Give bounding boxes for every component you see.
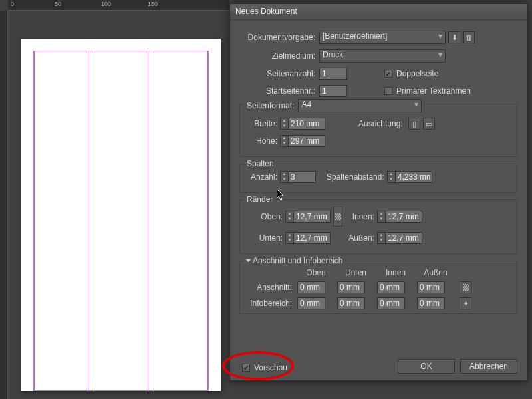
slug-top-input[interactable] <box>297 297 325 309</box>
bleed-inside-input[interactable] <box>377 281 405 293</box>
margin-top-input[interactable] <box>293 211 331 223</box>
startnum-label: Startseitennr.: <box>239 86 319 96</box>
width-stepper[interactable]: ▲▼ <box>280 118 325 130</box>
gutter-input[interactable] <box>395 171 432 183</box>
column-count-input[interactable] <box>288 171 316 183</box>
height-input[interactable] <box>288 135 325 147</box>
bleed-slug-group: Anschnitt und Infobereich Oben Unten Inn… <box>239 261 517 314</box>
margin-outside-input[interactable] <box>385 232 422 244</box>
ruler-horizontal: 0 50 100 150 <box>8 0 229 11</box>
margin-inside-input[interactable] <box>385 211 422 223</box>
save-preset-icon[interactable]: ⬇ <box>448 31 460 43</box>
pages-label: Seitenanzahl: <box>239 69 319 78</box>
ruler-vertical <box>0 11 8 399</box>
page-format-group: Seitenformat: A4 Breite: ▲▼ Ausrichtung:… <box>239 104 517 157</box>
bleed-outside-input[interactable] <box>417 281 445 293</box>
cancel-button[interactable]: Abbrechen <box>460 359 517 374</box>
margin-bottom-input[interactable] <box>293 232 331 244</box>
orientation-portrait-icon[interactable]: ▯ <box>408 118 420 130</box>
page-preview <box>21 39 221 391</box>
pages-input[interactable] <box>319 68 347 80</box>
orientation-landscape-icon[interactable]: ▭ <box>423 118 435 130</box>
bleed-bottom-input[interactable] <box>337 281 365 293</box>
intent-label: Zielmedium: <box>239 51 319 61</box>
link-slug-icon[interactable]: ✦ <box>460 297 471 309</box>
margin-guides <box>33 51 209 391</box>
primary-textframe-checkbox[interactable]: Primärer Textrahmen <box>384 86 471 96</box>
intent-dropdown[interactable]: Druck <box>319 49 446 63</box>
columns-group: Spalten Anzahl: ▲▼ Spaltenabstand: ▲▼ <box>239 164 517 193</box>
ok-button[interactable]: OK <box>398 359 455 374</box>
preset-dropdown[interactable]: [Benutzerdefiniert] <box>319 31 446 44</box>
column-count-stepper[interactable]: ▲▼ <box>280 171 316 183</box>
link-bleed-icon[interactable]: ⛓ <box>460 281 471 293</box>
dialog-title: Neues Dokument <box>235 7 297 16</box>
preview-checkbox[interactable]: ✔ Vorschau <box>242 363 287 372</box>
new-document-dialog: Neues Dokument Dokumentvorgabe: [Benutze… <box>229 3 527 381</box>
gutter-stepper[interactable]: ▲▼ <box>387 171 432 183</box>
link-margins-icon[interactable]: ⛓ <box>333 207 342 227</box>
page-size-dropdown[interactable]: A4 <box>298 99 422 112</box>
document-canvas: 0 50 100 150 <box>0 0 229 399</box>
preset-label: Dokumentvorgabe: <box>239 33 319 42</box>
dialog-titlebar[interactable]: Neues Dokument <box>230 4 527 20</box>
margins-group: Ränder Oben: ▲▼ ⛓ Innen: ▲▼ Unten: ▲▼ Au… <box>239 200 517 254</box>
height-stepper[interactable]: ▲▼ <box>280 135 325 147</box>
bleed-top-input[interactable] <box>297 281 325 293</box>
delete-preset-icon[interactable]: 🗑 <box>463 31 475 43</box>
width-input[interactable] <box>288 118 325 130</box>
slug-outside-input[interactable] <box>417 297 445 309</box>
disclosure-triangle-icon[interactable] <box>246 259 251 263</box>
facing-pages-checkbox[interactable]: ✔ Doppelseite <box>384 69 438 78</box>
startnum-input[interactable] <box>319 85 347 97</box>
slug-inside-input[interactable] <box>377 297 405 309</box>
slug-bottom-input[interactable] <box>337 297 365 309</box>
